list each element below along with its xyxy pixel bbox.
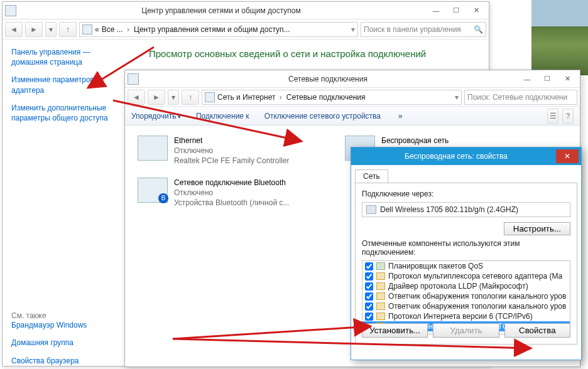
back-button[interactable]: ◄ — [5, 22, 23, 37]
maximize-button[interactable]: ☐ — [446, 4, 466, 18]
protocol-icon — [376, 302, 385, 310]
close-button[interactable]: ✕ — [556, 149, 579, 163]
component-label: Драйвер протокола LLDP (Майкрософт) — [388, 282, 528, 291]
sidebar-link-firewall[interactable]: Брандмауэр Windows — [11, 320, 128, 330]
titlebar: Беспроводная сеть: свойства ✕ — [351, 147, 581, 165]
adapter-ethernet[interactable]: Ethernet Отключено Realtek PCIe FE Famil… — [138, 136, 326, 166]
help-icon[interactable]: ? — [562, 109, 574, 124]
view-icon[interactable]: ☰ — [547, 109, 558, 124]
tool-organize[interactable]: Упорядочить — [131, 112, 181, 120]
close-button[interactable]: ✕ — [557, 72, 577, 86]
forward-button[interactable]: ► — [148, 90, 165, 105]
search-icon: 🔍 — [474, 25, 483, 34]
tab-panel: Подключение через: Dell Wireless 1705 80… — [355, 183, 577, 345]
dialog-title: Беспроводная сеть: свойства — [356, 152, 556, 161]
breadcrumb[interactable]: Сеть и Интернет — [217, 93, 284, 102]
breadcrumb[interactable]: Сетевые подключения — [286, 93, 369, 102]
adapter-device: Realtek PCIe FE Family Controller — [174, 156, 289, 166]
cp-icon — [82, 24, 92, 35]
nav-bar: ◄ ► ▾ ↑ Сеть и Интернет Сетевые подключе… — [125, 88, 580, 107]
see-also-label: См. также — [11, 311, 128, 320]
page-title: Просмотр основных сведений о сети и наст… — [149, 48, 477, 59]
nav-bar: ◄ ► ▾ ↑ « Все ... Центр управления сетям… — [3, 19, 489, 40]
component-checkbox[interactable] — [365, 262, 373, 270]
titlebar: Сетевые подключения — ☐ ✕ — [125, 70, 580, 88]
install-button[interactable]: Установить... — [362, 323, 428, 338]
search-input[interactable]: Поиск: Сетевые подключени — [464, 90, 577, 105]
maximize-button[interactable]: ☐ — [537, 72, 557, 86]
sidebar-link-advanced-sharing[interactable]: Изменить дополнительные параметры общего… — [11, 103, 128, 123]
dropdown-icon[interactable]: ▾ — [455, 93, 459, 102]
minimize-button[interactable]: — — [517, 72, 537, 86]
adapter-bluetooth[interactable]: Сетевое подключение Bluetooth Отключено … — [138, 178, 326, 208]
component-label: Ответчик обнаружения топологии канальног… — [388, 302, 566, 311]
breadcrumb[interactable]: Центр управления сетями и общим доступ..… — [134, 25, 294, 34]
close-button[interactable]: ✕ — [466, 4, 486, 18]
sidebar-link-homegroup[interactable]: Домашняя группа — [11, 338, 128, 348]
back-button[interactable]: ◄ — [128, 90, 145, 105]
component-item[interactable]: Протокол Интернета версии 6 (TCP/IPv6) — [362, 311, 570, 321]
chevron-icon: « — [95, 25, 99, 34]
adapter-status: Отключено — [174, 146, 289, 156]
search-placeholder: Поиск в панели управления — [364, 25, 461, 34]
recent-button[interactable]: ▾ — [45, 22, 57, 37]
remove-button: Удалить — [433, 323, 499, 338]
protocol-icon — [376, 313, 385, 320]
adapter-name: Dell Wireless 1705 802.11b/g/n (2.4GHZ) — [380, 205, 518, 214]
protocol-icon — [376, 282, 385, 290]
breadcrumb[interactable]: Все ... — [102, 25, 131, 34]
component-item[interactable]: Ответчик обнаружения топологии канальног… — [362, 301, 570, 311]
protocol-icon — [376, 292, 385, 300]
window-title: Центр управления сетями и общим доступом — [16, 6, 426, 15]
dropdown-icon[interactable]: ▾ — [351, 25, 355, 34]
folder-icon — [205, 92, 215, 102]
component-label: Планировщик пакетов QoS — [388, 262, 483, 270]
minimize-button[interactable]: — — [426, 4, 446, 18]
component-checkbox[interactable] — [365, 313, 373, 321]
component-label: Протокол мультиплексора сетевого адаптер… — [388, 272, 562, 281]
toolbar: Упорядочить Подключение к Отключение сет… — [125, 107, 580, 126]
sidebar-link-adapter-settings[interactable]: Изменение параметров адаптера — [11, 75, 128, 95]
component-checkbox[interactable] — [365, 272, 373, 281]
sidebar: Панель управления — домашняя страница Из… — [3, 40, 138, 366]
tab-network[interactable]: Сеть — [355, 169, 388, 183]
properties-button[interactable]: Свойства — [504, 323, 570, 338]
connect-using-label: Подключение через: — [362, 190, 570, 198]
nic-icon — [366, 205, 376, 214]
adapter-name: Беспроводная сеть — [381, 136, 449, 146]
window-title: Сетевые подключения — [139, 75, 517, 83]
app-icon — [5, 5, 16, 16]
search-input[interactable]: Поиск в панели управления 🔍 — [361, 22, 486, 37]
up-button[interactable]: ↑ — [59, 22, 77, 37]
protocol-icon — [376, 272, 385, 280]
chevron-icon[interactable]: » — [398, 112, 403, 120]
service-icon — [376, 262, 385, 270]
component-item[interactable]: Протокол мультиплексора сетевого адаптер… — [362, 271, 570, 281]
component-checkbox[interactable] — [365, 282, 373, 291]
adapter-field: Dell Wireless 1705 802.11b/g/n (2.4GHZ) — [362, 202, 570, 217]
titlebar: Центр управления сетями и общим доступом… — [3, 2, 489, 19]
configure-button[interactable]: Настроить... — [504, 222, 570, 235]
components-label: Отмеченные компоненты используются этим … — [362, 239, 570, 257]
search-placeholder: Поиск: Сетевые подключени — [467, 93, 567, 102]
forward-button[interactable]: ► — [25, 22, 43, 37]
component-checkbox[interactable] — [365, 292, 373, 301]
sidebar-link-home[interactable]: Панель управления — домашняя страница — [11, 47, 128, 67]
component-item[interactable]: Ответчик обнаружения топологии канальног… — [362, 291, 570, 301]
adapter-name: Сетевое подключение Bluetooth — [174, 178, 289, 188]
up-button[interactable]: ↑ — [182, 90, 199, 105]
component-label: Протокол Интернета версии 6 (TCP/IPv6) — [388, 312, 533, 321]
address-bar[interactable]: Сеть и Интернет Сетевые подключения ▾ — [202, 90, 462, 105]
bluetooth-icon — [138, 178, 168, 203]
dialog-wifi-properties: Беспроводная сеть: свойства ✕ Сеть Подкл… — [351, 147, 582, 360]
ethernet-icon — [138, 136, 168, 161]
component-item[interactable]: Планировщик пакетов QoS — [362, 261, 570, 271]
component-checkbox[interactable] — [365, 302, 373, 311]
address-bar[interactable]: « Все ... Центр управления сетями и общи… — [79, 22, 358, 37]
component-item[interactable]: Драйвер протокола LLDP (Майкрософт) — [362, 281, 570, 291]
sidebar-link-browser[interactable]: Свойства браузера — [11, 356, 128, 366]
adapter-name: Ethernet — [174, 136, 289, 146]
recent-button[interactable]: ▾ — [168, 90, 179, 105]
tool-disable[interactable]: Отключение сетевого устройства — [264, 112, 381, 120]
tool-connect[interactable]: Подключение к — [196, 112, 249, 120]
